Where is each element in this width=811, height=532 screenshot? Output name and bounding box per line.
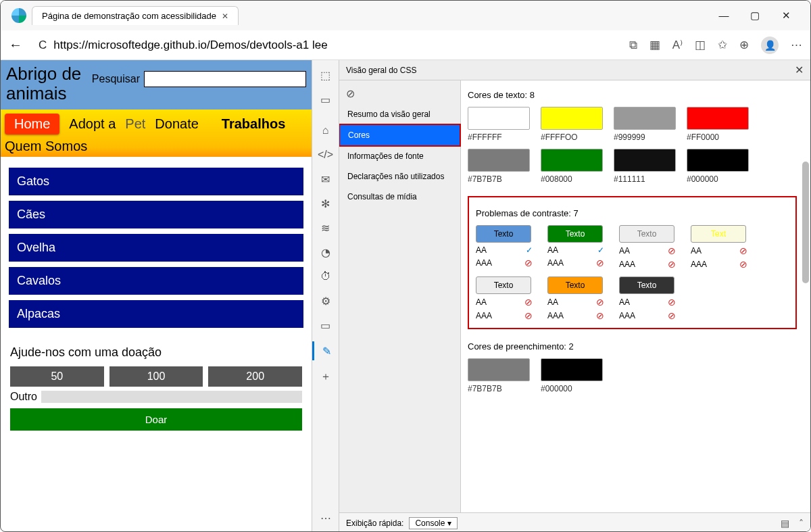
device-icon[interactable]: ▭ <box>318 91 334 107</box>
issues-icon[interactable]: ✻ <box>318 195 334 212</box>
text-colors-heading: Cores de texto: 8 <box>468 90 797 100</box>
color-swatch[interactable]: #FFFFOO <box>541 107 603 142</box>
memory-icon[interactable]: ⚙ <box>318 293 334 309</box>
contrast-item[interactable]: TextoAA⊘AAA⊘ <box>619 225 677 270</box>
nav-pet[interactable]: Pet <box>125 116 145 132</box>
donation-amounts: 50100200 <box>10 366 302 387</box>
nav-home[interactable]: Home <box>5 114 59 135</box>
donation-heading: Ajude-nos com uma doação <box>10 345 302 360</box>
add-tool-icon[interactable]: ＋ <box>318 368 334 385</box>
donate-button[interactable]: Doar <box>10 408 302 431</box>
elements-icon[interactable]: ⌂ <box>318 122 334 139</box>
color-swatch[interactable]: #999999 <box>614 107 676 142</box>
contrast-item[interactable]: TextoAA⊘AAA⊘ <box>547 276 606 321</box>
window-close-icon[interactable]: ✕ <box>779 9 793 22</box>
qr-icon[interactable]: ▦ <box>649 38 660 52</box>
contrast-item[interactable]: TextoAA✓AAA⊘ <box>547 225 606 270</box>
drawer-issues-icon[interactable]: ▤ <box>781 518 789 529</box>
url-prefix: C <box>39 39 47 52</box>
color-swatch[interactable]: #FF0000 <box>687 107 749 142</box>
window-minimize-icon[interactable]: — <box>717 9 731 22</box>
reader-icon[interactable]: ◫ <box>695 38 706 52</box>
nav-about[interactable]: Quem Somos <box>5 139 308 154</box>
quickview-label: Exibição rápida: <box>346 518 403 528</box>
nav-adopt[interactable]: Adopt a <box>69 116 116 132</box>
browser-tab[interactable]: Página de demonstração com acessibilidad… <box>32 6 239 25</box>
css-overview-menu-item[interactable]: Informações de fonte <box>339 146 460 166</box>
responsive-icon[interactable]: ⧉ <box>629 39 637 52</box>
search-label: Pesquisar <box>92 73 140 85</box>
color-swatch[interactable]: #008000 <box>541 149 603 184</box>
sources-icon[interactable]: </> <box>318 147 334 163</box>
animal-row[interactable]: Gatos <box>9 168 303 195</box>
color-swatch[interactable]: #7B7B7B <box>468 149 530 184</box>
css-overview-menu-item[interactable]: Resumo da visão geral <box>339 104 460 124</box>
page-title: Abrigo de animais <box>6 64 87 103</box>
tab-close-icon[interactable]: ✕ <box>222 11 228 21</box>
contrast-item[interactable]: TextoAA✓AAA⊘ <box>476 225 534 270</box>
nav-donate[interactable]: Donate <box>155 116 199 132</box>
lighthouse-icon[interactable]: ◔ <box>318 244 334 260</box>
css-overview-content: Cores de texto: 8 #FFFFFF#FFFFOO#999999#… <box>461 80 810 512</box>
color-swatch[interactable]: #000000 <box>541 358 603 393</box>
application-icon[interactable]: ▭ <box>318 317 334 333</box>
donation-other-input[interactable] <box>41 391 302 403</box>
console-icon[interactable]: ✉ <box>318 171 334 187</box>
scrollbar-thumb[interactable] <box>802 162 809 283</box>
devtools-close-icon[interactable]: ✕ <box>795 64 804 76</box>
animal-list: GatosCãesOvelhaCavalosAlpacas <box>1 157 312 333</box>
collections-icon[interactable]: ⊕ <box>739 38 749 52</box>
devtools-panel-title: Visão geral do CSS <box>346 66 417 75</box>
animal-row[interactable]: Cães <box>9 201 303 228</box>
animal-row[interactable]: Alpacas <box>9 300 303 328</box>
contrast-heading: Problemas de contraste: 7 <box>476 208 789 218</box>
url-text: https://microsoftedge.github.io/Demos/de… <box>53 39 327 52</box>
contrast-item[interactable]: TextAA⊘AAA⊘ <box>691 225 749 270</box>
fill-colors-heading: Cores de preenchimento: 2 <box>468 341 797 352</box>
rendered-page: Abrigo de animais Pesquisar Home Adopt a… <box>1 60 312 532</box>
edge-logo-icon <box>11 8 26 23</box>
drawer-toggle-icon[interactable]: ˄ <box>799 518 804 529</box>
more-icon[interactable]: ⋯ <box>791 38 802 52</box>
color-swatch[interactable]: #000000 <box>687 149 749 184</box>
main-nav: Home Adopt a Pet Donate Trabalhos Quem S… <box>1 110 312 157</box>
animal-row[interactable]: Ovelha <box>9 234 303 262</box>
more-tools-icon[interactable]: ⋯ <box>318 510 334 526</box>
donation-amount-button[interactable]: 50 <box>10 366 104 387</box>
clear-overview-icon[interactable]: ⊘ <box>339 83 460 104</box>
color-swatch[interactable]: #111111 <box>614 149 676 184</box>
contrast-item[interactable]: TextoAA⊘AAA⊘ <box>476 276 534 321</box>
search-input[interactable] <box>144 71 306 87</box>
quickview-select[interactable]: Console ▾ <box>409 517 457 529</box>
contrast-item[interactable]: TextoAA⊘AAA⊘ <box>619 276 677 321</box>
donation-amount-button[interactable]: 100 <box>109 366 203 387</box>
favorite-icon[interactable]: ✩ <box>718 38 727 52</box>
css-overview-menu-item[interactable]: Consultas de mídia <box>339 187 460 207</box>
profile-avatar[interactable]: 👤 <box>761 37 779 54</box>
css-overview-menu-item[interactable]: Declarações não utilizados <box>339 166 460 187</box>
animal-row[interactable]: Cavalos <box>9 267 303 295</box>
css-overview-sidebar: ⊘ Resumo da visão geralCoresInformações … <box>339 80 461 512</box>
css-overview-menu-item[interactable]: Cores <box>339 124 461 147</box>
devtools-toolbar: ⬚ ▭ ⌂ </> ✉ ✻ ≋ ◔ ⏱ ⚙ ▭ ✎ ＋ ⋯ <box>312 60 339 532</box>
window-maximize-icon[interactable]: ▢ <box>748 9 762 22</box>
performance-icon[interactable]: ⏱ <box>318 268 334 285</box>
css-overview-icon[interactable]: ✎ <box>312 341 339 360</box>
back-button[interactable]: ← <box>9 37 22 53</box>
tab-title: Página de demonstração com acessibilidad… <box>42 11 216 21</box>
address-bar[interactable]: C https://microsoftedge.github.io/Demos/… <box>32 39 620 52</box>
network-icon[interactable]: ≋ <box>318 220 334 236</box>
donation-other-label: Outro <box>10 391 37 403</box>
color-swatch[interactable]: #FFFFFF <box>468 107 530 142</box>
read-aloud-icon[interactable]: A⁾ <box>672 38 683 52</box>
color-swatch[interactable]: #7B7B7B <box>468 358 530 393</box>
nav-jobs[interactable]: Trabalhos <box>222 116 285 132</box>
donation-amount-button[interactable]: 200 <box>208 366 302 387</box>
inspect-icon[interactable]: ⬚ <box>318 67 334 83</box>
